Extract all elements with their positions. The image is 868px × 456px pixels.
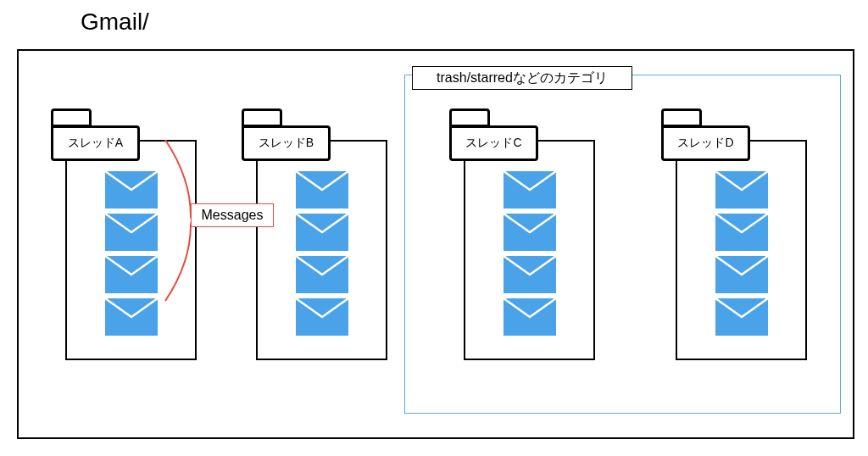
envelope-icon [105, 171, 158, 209]
envelope-icon [715, 298, 768, 336]
envelope-icon [296, 171, 348, 209]
folder-body: スレッドA [51, 125, 140, 161]
thread-b: スレッドB [243, 110, 387, 356]
thread-label: スレッドC [465, 136, 521, 151]
thread-box [676, 140, 807, 360]
envelope-icon [504, 171, 556, 209]
envelope-icon [105, 214, 158, 251]
folder-body: スレッドC [449, 125, 538, 161]
category-label: trash/starredなどのカテゴリ [412, 66, 632, 90]
folder-tab-icon [661, 108, 702, 127]
envelope-icon [504, 256, 556, 293]
thread-label: スレッドB [259, 136, 314, 151]
folder-tab-icon [242, 108, 282, 127]
envelope-icon [296, 256, 348, 293]
folder-tab-icon [51, 108, 92, 127]
envelope-icon [296, 298, 348, 336]
thread-c: スレッドC [451, 110, 595, 356]
envelope-icon [715, 256, 768, 293]
envelope-icon [715, 171, 768, 209]
folder-body: スレッドD [661, 125, 750, 161]
envelope-icon [296, 214, 348, 251]
folder-tab-icon [449, 108, 490, 127]
envelope-icon [504, 214, 556, 251]
thread-box [256, 140, 387, 360]
thread-d: スレッドD [663, 110, 807, 356]
diagram-title: Gmail/ [81, 8, 149, 36]
envelope-icon [105, 256, 158, 293]
messages-label: Messages [191, 203, 274, 227]
folder-body: スレッドB [242, 125, 331, 161]
thread-label: スレッドA [68, 136, 123, 151]
envelope-icon [715, 214, 768, 251]
thread-box [464, 140, 595, 360]
thread-label: スレッドD [677, 136, 733, 151]
gmail-container: trash/starredなどのカテゴリ スレッドA Messages スレッド… [17, 49, 854, 439]
envelope-icon [105, 298, 158, 336]
envelope-icon [504, 298, 556, 336]
